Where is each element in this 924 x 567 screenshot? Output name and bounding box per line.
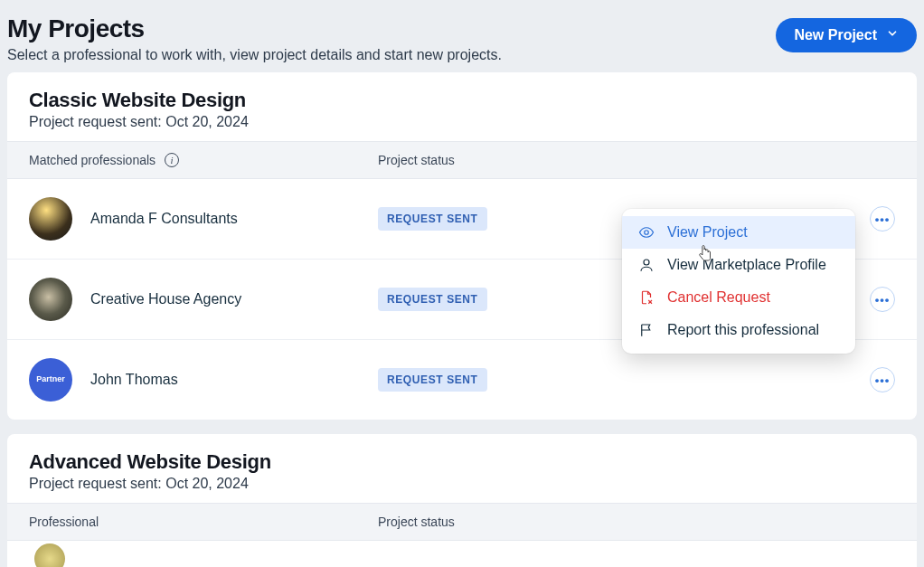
new-project-button[interactable]: New Project [776, 18, 917, 52]
project-title: Classic Website Design [29, 89, 895, 112]
menu-item-label: Cancel Request [667, 289, 770, 306]
professional-name: John Thomas [90, 372, 178, 388]
table-header: Matched professionals i Project status [7, 141, 917, 179]
menu-view-project[interactable]: View Project [622, 216, 855, 249]
row-actions-menu: View Project View Marketplace Profile Ca… [622, 209, 855, 354]
flag-icon [638, 322, 655, 338]
cancel-document-icon [638, 289, 655, 306]
person-icon [638, 257, 655, 273]
status-badge: REQUEST SENT [378, 207, 487, 231]
page-subtitle: Select a professional to work with, view… [7, 47, 502, 63]
svg-point-1 [644, 260, 649, 265]
professional-name: Creative House Agency [90, 291, 241, 307]
menu-cancel-request[interactable]: Cancel Request [622, 281, 855, 314]
ellipsis-icon: ••• [875, 213, 891, 226]
project-title: Advanced Website Design [29, 450, 895, 474]
table-header: Professional Project status [7, 503, 917, 541]
menu-item-label: View Marketplace Profile [667, 257, 826, 273]
col-professionals-label: Professional [29, 515, 99, 529]
project-sent-line: Project request sent: Oct 20, 2024 [29, 114, 895, 130]
page-title: My Projects [7, 14, 502, 43]
col-status-label: Project status [378, 153, 455, 167]
eye-icon [638, 224, 655, 241]
project-card: Advanced Website Design Project request … [7, 434, 917, 567]
menu-item-label: View Project [667, 224, 748, 241]
avatar [29, 278, 72, 321]
more-actions-button[interactable]: ••• [870, 206, 895, 232]
menu-view-profile[interactable]: View Marketplace Profile [622, 249, 855, 281]
menu-report[interactable]: Report this professional [622, 314, 855, 346]
avatar [34, 543, 65, 567]
more-actions-button[interactable]: ••• [870, 287, 895, 312]
chevron-down-icon [886, 27, 899, 43]
partner-badge-text: Partner [36, 375, 65, 384]
avatar: Partner [29, 358, 72, 402]
info-icon[interactable]: i [165, 153, 179, 167]
col-status-label: Project status [378, 515, 455, 529]
more-actions-button[interactable]: ••• [870, 367, 895, 392]
svg-point-0 [645, 231, 649, 235]
professional-name: Amanda F Consultants [90, 211, 238, 227]
table-row [7, 541, 917, 567]
menu-item-label: Report this professional [667, 322, 819, 338]
new-project-label: New Project [794, 27, 877, 43]
ellipsis-icon: ••• [875, 293, 891, 307]
ellipsis-icon: ••• [875, 373, 891, 387]
status-badge: REQUEST SENT [378, 288, 487, 311]
status-badge: REQUEST SENT [378, 368, 487, 392]
col-professionals-label: Matched professionals [29, 153, 156, 167]
avatar [29, 197, 72, 241]
project-sent-line: Project request sent: Oct 20, 2024 [29, 476, 895, 492]
